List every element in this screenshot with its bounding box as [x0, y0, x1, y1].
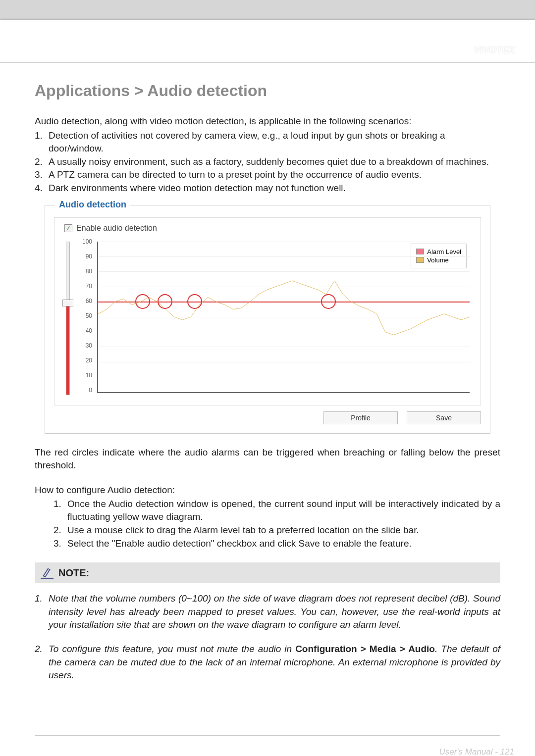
- list-item: 1. Note that the volume numbers (0~100) …: [35, 592, 500, 632]
- enable-audio-detection-checkbox[interactable]: ✓: [64, 224, 72, 232]
- checkbox-label: Enable audio detection: [76, 224, 157, 233]
- note-icon: [41, 566, 54, 579]
- note-header: NOTE:: [35, 562, 500, 583]
- alarm-trigger-circle-icon: [321, 294, 336, 309]
- audio-chart: 0102030405060708090100 Alarm Level Volum…: [77, 240, 474, 398]
- alarm-trigger-circle-icon: [135, 294, 150, 309]
- alarm-trigger-circle-icon: [187, 294, 202, 309]
- note-label: NOTE:: [58, 567, 89, 579]
- footer-divider: [35, 735, 500, 736]
- intro-text: Audio detection, along with video motion…: [35, 115, 500, 128]
- list-item: 2. To configure this feature, you must n…: [35, 643, 500, 682]
- page-title: Applications > Audio detection: [35, 82, 500, 100]
- howto-title: How to configure Audio detection:: [35, 485, 500, 496]
- list-item: 4.Dark environments where video motion d…: [35, 182, 500, 195]
- list-item: 1.Once the Audio detection window is ope…: [54, 498, 500, 524]
- header: VIVOTEK: [0, 20, 535, 62]
- brand-logo: VIVOTEK: [474, 45, 515, 55]
- scenario-list: 1.Detection of activities not covered by…: [35, 129, 500, 195]
- notes-list: 1. Note that the volume numbers (0~100) …: [35, 592, 500, 682]
- list-item: 3.Select the "Enable audio detection" ch…: [54, 537, 500, 551]
- page: VIVOTEK Applications > Audio detection A…: [0, 20, 535, 756]
- alarm-trigger-circle-icon: [158, 294, 172, 309]
- list-item: 3.A PTZ camera can be directed to turn t…: [35, 168, 500, 182]
- content: Applications > Audio detection Audio det…: [0, 62, 535, 682]
- list-item: 2.Use a mouse click to drag the Alarm le…: [54, 524, 500, 537]
- panel-buttons: Profile Save: [54, 411, 481, 424]
- panel-inner: ✓ Enable audio detection 010203040506070…: [54, 217, 481, 405]
- caption-text: The red circles indicate where the audio…: [35, 446, 500, 472]
- audio-detection-panel: Audio detection ✓ Enable audio detection…: [45, 205, 490, 434]
- footer-text: User's Manual - 121: [439, 747, 514, 756]
- list-item: 1.Detection of activities not covered by…: [35, 129, 500, 155]
- enable-checkbox-row: ✓ Enable audio detection: [64, 224, 474, 233]
- slider-thumb[interactable]: [62, 300, 73, 306]
- panel-title: Audio detection: [55, 200, 130, 210]
- howto-list: 1.Once the Audio detection window is ope…: [54, 498, 500, 550]
- save-button[interactable]: Save: [407, 411, 481, 424]
- alarm-level-slider[interactable]: [61, 240, 74, 398]
- profile-button[interactable]: Profile: [323, 411, 398, 424]
- chart-wrap: 0102030405060708090100 Alarm Level Volum…: [61, 240, 474, 398]
- header-divider: [0, 62, 535, 63]
- list-item: 2.A usually noisy environment, such as a…: [35, 155, 500, 169]
